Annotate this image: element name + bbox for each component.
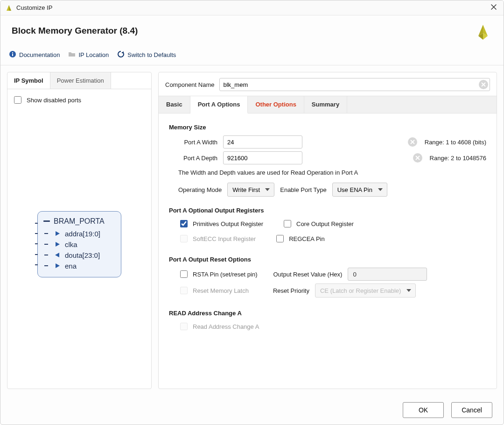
primitives-output-register-checkbox[interactable]: Primitives Output Register (178, 219, 263, 229)
folder-icon (68, 50, 76, 59)
reset-memory-latch-checkbox: Reset Memory Latch (178, 285, 249, 296)
ip-port: douta[23:0] (43, 250, 112, 261)
reset-title: Port A Output Reset Options (169, 256, 486, 263)
rsta-pin-label: RSTA Pin (set/reset pin) (193, 271, 257, 278)
read-address-change-input (180, 323, 188, 330)
porta-width-field (223, 135, 419, 149)
ip-port-name: ena (65, 262, 77, 270)
x-icon (415, 156, 420, 160)
page-title: Block Memory Generator (8.4) (12, 26, 492, 36)
regcea-pin-checkbox[interactable]: REGCEA Pin (274, 234, 325, 244)
rsta-pin-checkbox[interactable]: RSTA Pin (set/reset pin) (178, 269, 257, 279)
ip-ports: addra[19:0]clkadouta[23:0]ena (43, 228, 112, 271)
dialog-window: Customize IP Block Memory Generator (8.4… (0, 0, 504, 425)
triangle-right-icon (55, 231, 60, 236)
primitives-output-register-input[interactable] (180, 220, 188, 227)
ok-button[interactable]: OK (403, 402, 444, 418)
porta-depth-field (223, 151, 424, 164)
opt-regs-title: Port A Optional Output Registers (169, 207, 486, 214)
read-addr-title: READ Address Change A (169, 310, 486, 317)
body: IP Symbol Power Estimation Show disabled… (0, 65, 504, 396)
opmode-row: Operating Mode Write First Enable Port T… (178, 183, 486, 197)
component-name-row: Component Name (159, 72, 497, 96)
switch-defaults-link[interactable]: Switch to Defaults (117, 50, 176, 59)
porta-depth-input[interactable] (223, 151, 302, 164)
softecc-input-register-input (180, 235, 188, 242)
rsta-pin-input[interactable] (180, 270, 188, 278)
show-disabled-ports-input[interactable] (14, 96, 21, 104)
reset-priority-label: Reset Priority (273, 287, 309, 294)
svg-marker-12 (55, 253, 59, 257)
triangle-right-icon (55, 263, 60, 269)
svg-rect-8 (12, 52, 13, 53)
clear-component-name-button[interactable] (479, 80, 488, 89)
ip-port: ena (43, 261, 112, 271)
primitives-output-register-label: Primitives Output Register (193, 220, 263, 227)
output-reset-value-label: Output Reset Value (Hex) (273, 271, 342, 278)
app-logo-icon (5, 4, 13, 12)
enable-type-select[interactable]: Use ENA Pin (332, 183, 387, 197)
tab-ip-symbol[interactable]: IP Symbol (7, 72, 50, 89)
read-address-change-label: Read Address Change A (193, 323, 259, 330)
clear-depth-button[interactable] (413, 153, 422, 163)
memory-size-title: Memory Size (169, 124, 486, 131)
brand-logo-icon (474, 23, 492, 43)
regcea-pin-label: REGCEA Pin (289, 235, 325, 242)
svg-marker-13 (56, 263, 60, 268)
ip-block-rail-icon (35, 218, 37, 270)
toolbar: Documentation IP Location Switch to Defa… (0, 48, 504, 65)
enable-type-label: Enable Port Type (280, 186, 327, 193)
ip-block-title: BRAM_PORTA (54, 217, 105, 226)
show-disabled-ports-label: Show disabled ports (27, 97, 81, 104)
component-name-field (219, 78, 490, 91)
opmode-select-wrap: Write First (227, 183, 274, 197)
ip-symbol-canvas: BRAM_PORTA addra[19:0]clkadouta[23:0]ena (12, 105, 147, 383)
component-name-label: Component Name (165, 81, 215, 88)
right-panel: Component Name Basic Port A Options Othe… (158, 72, 497, 389)
porta-depth-range: Range: 2 to 1048576 (430, 155, 486, 162)
memory-size-note: The Width and Depth values are used for … (178, 169, 486, 176)
output-reset-value-input (348, 268, 427, 281)
clear-width-button[interactable] (408, 137, 417, 147)
svg-marker-10 (56, 231, 60, 236)
port-stub-icon (44, 255, 48, 255)
triangle-right-icon (55, 241, 60, 247)
reset-priority-select-wrap: CE (Latch or Register Enable) (315, 283, 416, 298)
triangle-left-icon (55, 252, 60, 258)
info-icon (9, 50, 16, 59)
ip-port-name: douta[23:0] (65, 251, 100, 259)
ip-port: clka (43, 239, 112, 250)
show-disabled-ports-checkbox[interactable]: Show disabled ports (12, 95, 147, 105)
x-icon (481, 82, 486, 87)
cancel-button[interactable]: Cancel (451, 402, 492, 418)
footer: OK Cancel (0, 396, 504, 425)
documentation-label: Documentation (19, 51, 60, 58)
ip-location-link[interactable]: IP Location (68, 50, 109, 59)
core-output-register-checkbox[interactable]: Core Output Register (282, 219, 354, 229)
ip-port: addra[19:0] (43, 228, 112, 239)
porta-width-input[interactable] (223, 135, 302, 149)
ip-port-name: clka (65, 241, 77, 248)
porta-width-label: Port A Width (178, 139, 217, 146)
close-button[interactable] (489, 2, 499, 14)
left-panel: IP Symbol Power Estimation Show disabled… (7, 72, 152, 389)
close-icon (490, 4, 497, 10)
opmode-select[interactable]: Write First (227, 183, 274, 197)
reset-priority-select: CE (Latch or Register Enable) (315, 283, 416, 298)
tab-other-options[interactable]: Other Options (248, 96, 304, 113)
read-address-change-checkbox: Read Address Change A (178, 321, 486, 332)
switch-defaults-label: Switch to Defaults (127, 51, 176, 58)
tab-port-a-options[interactable]: Port A Options (190, 96, 248, 113)
documentation-link[interactable]: Documentation (9, 50, 60, 59)
tab-basic[interactable]: Basic (159, 96, 190, 113)
tab-power-estimation[interactable]: Power Estimation (50, 72, 111, 89)
port-stub-icon (44, 233, 48, 234)
tab-summary[interactable]: Summary (304, 96, 347, 113)
softecc-input-register-label: SoftECC Input Register (193, 235, 256, 242)
regcea-pin-input[interactable] (276, 235, 284, 242)
component-name-input[interactable] (219, 78, 490, 91)
porta-width-range: Range: 1 to 4608 (bits) (425, 139, 486, 146)
svg-rect-7 (12, 54, 13, 56)
core-output-register-input[interactable] (284, 220, 291, 227)
porta-depth-row: Port A Depth Range: 2 to 1048576 (178, 151, 486, 164)
